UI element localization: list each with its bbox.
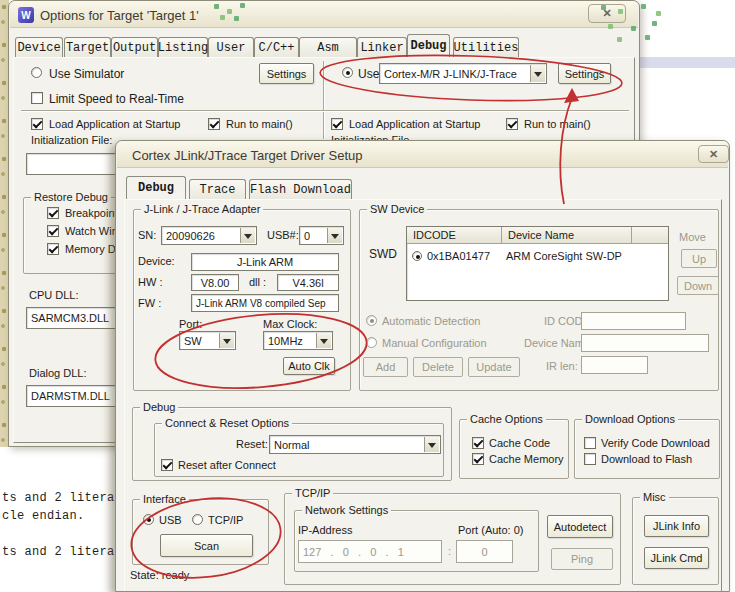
debug-group-label: Debug [140,401,178,413]
tab-label: Debug [410,39,446,53]
swd-row-device-name[interactable]: ARM CoreSight SW-DP [506,250,622,262]
move-down-button[interactable]: Down [677,276,719,295]
port-select[interactable]: SW [179,331,236,350]
load-app-left-checkbox[interactable] [31,118,43,130]
desktop-speckle [234,16,239,21]
tab-asm[interactable]: Asm [299,37,357,57]
jlink-cmd-button[interactable]: JLink Cmd [644,547,709,569]
reset-after-connect-label: Reset after Connect [178,459,276,471]
desktop-speckle [214,4,219,9]
tab-debug[interactable]: Debug [407,34,450,57]
watch-label: Watch Wir [65,225,115,237]
reset-select[interactable]: Normal [269,435,441,454]
memory-label: Memory Di [65,243,118,255]
autodetect-button[interactable]: Autodetect [547,515,613,538]
device-name-input[interactable] [581,334,709,352]
tab-flash-download[interactable]: Flash Download [249,179,352,199]
tab-label: Utilities [454,41,519,55]
tab-label: Debug [138,181,174,195]
memory-checkbox[interactable] [47,243,59,255]
update-button[interactable]: Update [468,357,520,377]
run-main-right-checkbox[interactable] [506,118,518,130]
tab-utilities[interactable]: Utilities [453,37,519,57]
limit-speed-checkbox[interactable] [31,92,43,104]
watch-checkbox[interactable] [47,225,59,237]
tcpip-radio[interactable] [192,514,203,525]
dll-value-field: V4.36l [277,274,339,291]
chevron-down-icon[interactable] [530,65,545,82]
breakpoint-checkbox[interactable] [47,207,59,219]
verify-code-checkbox[interactable] [584,437,596,449]
port-auto-label: Port (Auto: 0) [458,524,523,536]
tab-cc[interactable]: C/C++ [254,37,299,57]
auto-detect-radio[interactable] [366,315,377,326]
ping-button[interactable]: Ping [551,548,613,570]
interface-group-label: Interface [140,493,189,505]
usb-select[interactable]: 0 [299,226,344,245]
auto-detect-label: Automatic Detection [382,315,480,327]
id-code-input[interactable] [581,312,686,330]
usb-radio[interactable] [143,514,154,525]
dialog2-close-icon[interactable]: ✕ [698,145,729,163]
tab-linker[interactable]: Linker [357,37,407,57]
chevron-down-icon[interactable] [240,228,255,243]
tab-user[interactable]: User [208,37,254,57]
device-value-field: J-Link ARM [191,253,339,271]
tab-device[interactable]: Device [15,37,63,57]
debug-driver-select[interactable]: Cortex-M/R J-LINK/J-Trace [379,63,547,84]
app-icon: W [18,7,34,23]
tab-output[interactable]: Output [111,37,158,57]
port-input[interactable]: 0 [456,540,513,563]
chevron-down-icon[interactable] [424,437,439,452]
auto-clk-button[interactable]: Auto Clk [283,357,335,375]
port-value: SW [184,335,202,347]
swd-row-idcode[interactable]: 0x1BA01477 [427,250,490,262]
empty-column-header [632,227,668,244]
dialog1-tabstrip: Device Target Output Listing User C/C++ … [9,37,641,57]
sn-select[interactable]: 20090626 [161,226,257,245]
sw-device-group-label: SW Device [367,203,427,215]
use-driver-radio[interactable] [342,67,353,78]
manual-config-radio[interactable] [366,337,377,348]
ip-address-label: IP-Address [298,524,352,536]
idcode-column-header[interactable]: IDCODE [407,227,502,244]
add-button[interactable]: Add [363,357,408,377]
breakpoint-label: Breakpoint [65,207,118,219]
tab-target[interactable]: Target [64,37,111,57]
desktop-speckle [641,4,646,9]
ir-len-input[interactable] [581,356,648,374]
hw-value-field: V8.00 [191,274,239,291]
load-app-right-checkbox[interactable] [331,118,343,130]
cache-memory-checkbox[interactable] [472,453,484,465]
chevron-down-icon[interactable] [327,228,342,243]
ip-address-input[interactable]: 127 . 0 . 0 . 1 [298,540,442,563]
desktop-speckle [608,24,613,29]
tab-jlink-debug[interactable]: Debug [126,176,186,199]
jlink-info-button[interactable]: JLink Info [644,515,709,537]
download-flash-checkbox[interactable] [584,453,596,465]
connect-reset-label: Connect & Reset Options [162,417,292,429]
cache-options-group: Cache Options [459,419,569,479]
manual-config-label: Manual Configuration [382,337,487,349]
max-clock-select[interactable]: 10MHz [263,331,333,350]
tab-listing[interactable]: Listing [158,37,208,57]
device-name-column-header[interactable]: Device Name [502,227,632,244]
reset-value: Normal [274,439,309,451]
scan-button[interactable]: Scan [160,534,253,557]
run-main-left-checkbox[interactable] [208,118,220,130]
delete-button[interactable]: Delete [413,357,463,377]
swd-row-radio[interactable] [412,251,422,261]
move-up-button[interactable]: Up [681,249,717,268]
chevron-down-icon[interactable] [316,333,331,348]
settings-left-button[interactable]: Settings [259,63,314,84]
tab-label: Listing [158,41,208,55]
limit-speed-label: Limit Speed to Real-Time [49,92,184,106]
use-simulator-radio[interactable] [31,67,42,78]
reset-after-connect-checkbox[interactable] [161,459,173,471]
chevron-down-icon[interactable] [219,333,234,348]
network-settings-label: Network Settings [302,504,391,516]
cache-code-checkbox[interactable] [472,437,484,449]
dll-label: dll : [249,276,266,288]
settings-right-button[interactable]: Settings [558,63,611,84]
tab-jlink-trace[interactable]: Trace [189,179,246,199]
